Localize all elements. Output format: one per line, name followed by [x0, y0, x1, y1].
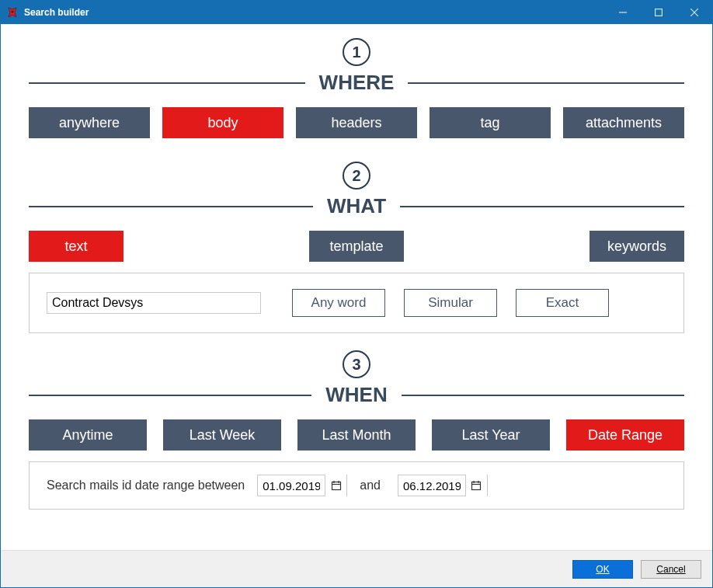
date-range-label: Search mails id date range between	[47, 478, 245, 492]
date-to-picker-button[interactable]	[465, 475, 487, 496]
svg-rect-9	[472, 482, 481, 490]
ok-button[interactable]: OK	[572, 560, 633, 579]
date-to-input[interactable]	[398, 478, 465, 494]
what-match-options: Any word Simular Exact	[292, 289, 609, 317]
window-controls	[605, 1, 712, 24]
match-option-simular[interactable]: Simular	[404, 289, 497, 317]
section-header-what: WHAT	[29, 194, 684, 218]
svg-rect-2	[656, 9, 663, 16]
divider	[29, 206, 313, 207]
divider	[402, 395, 684, 396]
where-option-headers[interactable]: headers	[296, 107, 417, 138]
where-options-row: anywhere body headers tag attachments	[29, 107, 684, 138]
when-option-last-week[interactable]: Last Week	[163, 419, 281, 451]
minimize-button[interactable]	[605, 1, 641, 24]
what-subpanel: Any word Simular Exact	[29, 273, 684, 333]
when-option-date-range[interactable]: Date Range	[566, 419, 684, 451]
when-subpanel: Search mails id date range between and	[29, 461, 684, 510]
what-option-template[interactable]: template	[309, 231, 404, 262]
match-option-any-word[interactable]: Any word	[292, 289, 385, 317]
step-badge-where: 1	[343, 38, 370, 66]
section-header-when: WHEN	[29, 383, 684, 407]
title-bar: Search builder	[1, 1, 712, 24]
step-badge-when: 3	[343, 350, 370, 378]
divider	[29, 395, 311, 396]
date-and-label: and	[360, 478, 381, 492]
section-title-where: WHERE	[305, 71, 409, 95]
calendar-icon	[331, 480, 342, 491]
date-from-group	[257, 475, 347, 496]
maximize-button[interactable]	[641, 1, 676, 24]
window-title: Search builder	[24, 7, 89, 18]
when-option-last-year[interactable]: Last Year	[432, 419, 550, 451]
when-option-last-month[interactable]: Last Month	[297, 419, 416, 451]
step-badge-what: 2	[343, 162, 370, 190]
search-text-input[interactable]	[47, 292, 261, 314]
close-button[interactable]	[676, 1, 712, 24]
divider	[408, 82, 684, 84]
what-options-row: text template keywords	[29, 231, 684, 262]
dialog-footer: OK Cancel	[1, 550, 712, 587]
svg-rect-5	[332, 482, 340, 490]
app-icon	[5, 5, 19, 19]
where-option-anywhere[interactable]: anywhere	[29, 107, 150, 138]
where-option-attachments[interactable]: attachments	[563, 107, 684, 138]
cancel-button[interactable]: Cancel	[641, 560, 701, 579]
when-option-anytime[interactable]: Anytime	[29, 419, 147, 451]
what-option-keywords[interactable]: keywords	[590, 231, 684, 262]
where-option-tag[interactable]: tag	[430, 107, 551, 138]
calendar-icon	[471, 480, 482, 491]
what-option-text[interactable]: text	[29, 231, 123, 262]
date-from-input[interactable]	[258, 478, 325, 494]
divider	[29, 82, 305, 84]
match-option-exact[interactable]: Exact	[516, 289, 609, 317]
date-from-picker-button[interactable]	[325, 475, 346, 496]
when-options-row: Anytime Last Week Last Month Last Year D…	[29, 419, 684, 451]
dialog-content: 1 WHERE anywhere body headers tag attach…	[1, 24, 712, 510]
section-title-when: WHEN	[311, 383, 401, 407]
where-option-body[interactable]: body	[162, 107, 283, 138]
svg-point-0	[11, 10, 13, 12]
section-header-where: WHERE	[29, 71, 684, 95]
divider	[400, 206, 684, 207]
date-to-group	[398, 475, 488, 496]
section-title-what: WHAT	[313, 194, 400, 218]
